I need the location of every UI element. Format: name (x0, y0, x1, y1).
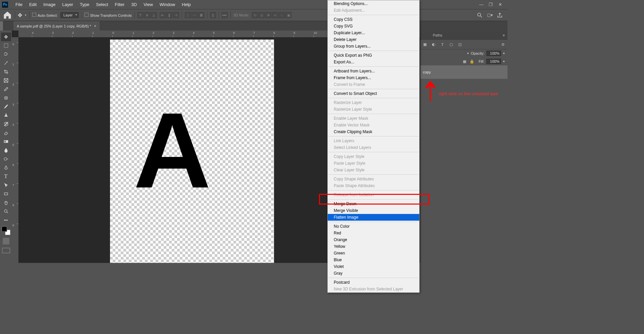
blur-tool[interactable] (1, 146, 11, 155)
path-selection-tool[interactable] (1, 181, 11, 189)
auto-select-dropdown[interactable]: Layer (60, 12, 79, 18)
show-transform-checkbox[interactable]: Show Transform Controls (85, 13, 131, 17)
lasso-tool[interactable] (1, 50, 11, 59)
ctx-merge-visible[interactable]: Merge Visible (328, 207, 419, 214)
pixel-layer-filter-icon[interactable]: ▦ (422, 42, 428, 47)
ctx-orange[interactable]: Orange (328, 236, 419, 243)
ctx-artboard-from-layers[interactable]: Artboard from Layers... (328, 68, 419, 74)
clone-stamp-tool[interactable] (1, 111, 11, 120)
3d-orbit-icon[interactable]: ⟲ (252, 12, 258, 18)
chevron-down-icon[interactable]: ▾ (503, 52, 505, 55)
brush-tool[interactable] (1, 102, 11, 111)
search-icon[interactable] (477, 12, 483, 18)
lock-transparent-icon[interactable]: ▦ (462, 59, 467, 64)
menu-3d[interactable]: 3D (128, 1, 140, 8)
quick-mask-toggle[interactable] (3, 238, 9, 244)
3d-roll-icon[interactable]: ◎ (259, 12, 265, 18)
close-icon[interactable]: × (94, 24, 96, 29)
layer-row[interactable]: copy (420, 65, 507, 79)
smartobject-filter-icon[interactable]: ◫ (457, 42, 463, 47)
ctx-create-clipping-mask[interactable]: Create Clipping Mask (328, 128, 419, 135)
type-layer-filter-icon[interactable]: T (440, 42, 445, 47)
color-swatches[interactable] (2, 226, 10, 235)
window-minimize-icon[interactable]: — (479, 2, 484, 7)
workspace-icon[interactable]: ▢▾ (487, 12, 493, 18)
3d-slide-icon[interactable]: ⇔ (272, 12, 278, 18)
chevron-down-icon[interactable]: ▾ (25, 13, 26, 17)
ctx-quick-export-as-png[interactable]: Quick Export as PNG (328, 52, 419, 59)
align-bottom-icon[interactable]: ⊥ (151, 12, 157, 18)
ctx-gray[interactable]: Gray (328, 270, 419, 277)
distribute-v-icon[interactable]: ⋮ (185, 12, 191, 18)
ctx-yellow[interactable]: Yellow (328, 243, 419, 250)
ctx-flatten-image[interactable]: Flatten Image (328, 214, 419, 221)
ctx-group-from-layers[interactable]: Group from Layers... (328, 43, 419, 50)
menu-type[interactable]: Type (76, 1, 93, 8)
align-right-icon[interactable]: ⊣ (173, 12, 179, 18)
auto-select-checkbox[interactable]: Auto-Select: (32, 13, 58, 17)
menu-window[interactable]: Window (156, 1, 178, 8)
more-options-icon[interactable]: ••• (222, 12, 228, 18)
menu-view[interactable]: View (140, 1, 156, 8)
menu-image[interactable]: Image (40, 1, 59, 8)
ctx-violet[interactable]: Violet (328, 263, 419, 270)
history-brush-tool[interactable] (1, 120, 11, 128)
filter-toggle-icon[interactable]: ⊘ (500, 42, 505, 47)
ctx-copy-css[interactable]: Copy CSS (328, 16, 419, 23)
dodge-tool[interactable] (1, 155, 11, 163)
3d-zoom-icon[interactable]: ← (279, 12, 285, 18)
fill-input[interactable]: 100% (486, 59, 501, 64)
ctx-convert-to-smart-object[interactable]: Convert to Smart Object (328, 90, 419, 97)
eyedropper-tool[interactable] (1, 85, 11, 94)
ctx-delete-layer[interactable]: Delete Layer (328, 36, 419, 43)
menu-file[interactable]: File (12, 1, 26, 8)
3d-camera-icon[interactable]: ▣ (285, 12, 291, 18)
ctx-blue[interactable]: Blue (328, 257, 419, 263)
window-maximize-icon[interactable]: ❐ (488, 2, 493, 7)
panel-menu-icon[interactable]: ≡ (503, 33, 505, 37)
move-tool[interactable]: ✥ (1, 33, 11, 41)
menu-filter[interactable]: Filter (111, 1, 128, 8)
distribute-h-icon[interactable]: ⋯ (192, 12, 198, 18)
ctx-frame-from-layers[interactable]: Frame from Layers... (328, 74, 419, 81)
ctx-green[interactable]: Green (328, 250, 419, 257)
align-vcenter-icon[interactable]: ≡ (144, 12, 150, 18)
edit-toolbar-icon[interactable]: ••• (1, 216, 11, 224)
healing-brush-tool[interactable] (1, 94, 11, 102)
ruler-vertical[interactable]: 0123456789 (12, 37, 18, 263)
ctx-no-color[interactable]: No Color (328, 223, 419, 230)
ctx-export-as[interactable]: Export As... (328, 59, 419, 65)
menu-edit[interactable]: Edit (26, 1, 40, 8)
rectangle-tool[interactable] (1, 189, 11, 198)
window-close-icon[interactable]: ✕ (497, 2, 503, 7)
hand-tool[interactable] (1, 198, 11, 207)
menu-select[interactable]: Select (93, 1, 111, 8)
zoom-tool[interactable] (1, 207, 11, 216)
shape-layer-filter-icon[interactable]: ▢ (448, 42, 454, 47)
ctx-blending-options[interactable]: Blending Options... (328, 0, 419, 7)
opacity-input[interactable]: 100% (486, 51, 501, 56)
artboard[interactable]: A (110, 40, 274, 263)
home-button[interactable] (3, 10, 12, 20)
menu-layer[interactable]: Layer (59, 1, 77, 8)
align-to-icon[interactable]: ▯ (210, 12, 216, 18)
adjustment-layer-filter-icon[interactable]: ◐ (431, 42, 436, 47)
pen-tool[interactable] (1, 163, 11, 172)
gradient-tool[interactable] (1, 137, 11, 146)
panel-strip[interactable] (0, 21, 3, 31)
marquee-tool[interactable] (1, 41, 11, 50)
crop-tool[interactable] (1, 67, 11, 76)
share-icon[interactable] (497, 12, 503, 18)
ctx-postcard[interactable]: Postcard (328, 279, 419, 286)
document-tab[interactable]: A sample.pdf @ 25% (Layer 1 copy, RGB/8)… (13, 21, 100, 31)
align-left-icon[interactable]: ⊢ (160, 12, 166, 18)
type-tool[interactable]: T (1, 172, 11, 181)
menu-help[interactable]: Help (178, 1, 194, 8)
panel-tab-paths[interactable]: Paths (433, 33, 442, 37)
3d-pan-icon[interactable]: ✥ (265, 12, 271, 18)
ctx-duplicate-layer[interactable]: Duplicate Layer... (328, 30, 419, 36)
align-hcenter-icon[interactable]: ∥ (166, 12, 172, 18)
chevron-down-icon[interactable]: ▾ (503, 60, 505, 63)
frame-tool[interactable] (1, 76, 11, 85)
align-top-icon[interactable]: ⊤ (138, 12, 144, 18)
